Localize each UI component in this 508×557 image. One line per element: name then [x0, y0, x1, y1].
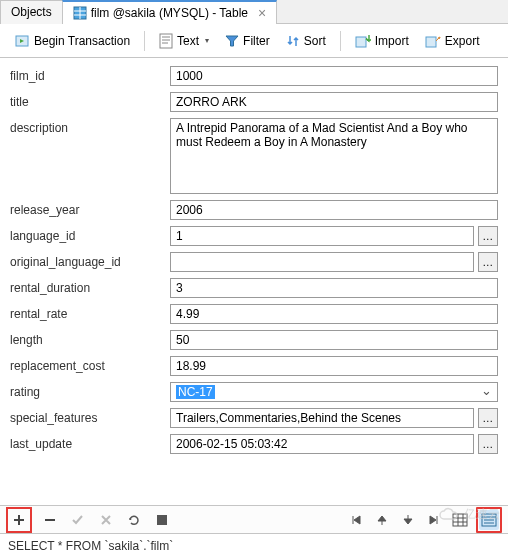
export-button[interactable]: Export — [419, 31, 486, 51]
grid-icon — [452, 513, 468, 527]
sort-button[interactable]: Sort — [280, 31, 332, 51]
field-label: rental_rate — [10, 304, 170, 321]
first-record-button[interactable] — [346, 510, 366, 530]
export-icon — [425, 34, 441, 48]
arrow-last-icon — [428, 514, 440, 526]
field-label: original_language_id — [10, 252, 170, 269]
transaction-icon — [14, 33, 30, 49]
sort-icon — [286, 34, 300, 48]
toolbar: Begin Transaction Text ▾ Filter Sort Imp… — [0, 24, 508, 58]
next-record-button[interactable] — [398, 510, 418, 530]
import-button[interactable]: Import — [349, 31, 415, 51]
field-row-film-id: film_id — [10, 66, 498, 86]
arrow-down-icon — [403, 514, 413, 526]
begin-transaction-button[interactable]: Begin Transaction — [8, 30, 136, 52]
form-view-button[interactable] — [479, 510, 499, 530]
text-button[interactable]: Text ▾ — [153, 30, 215, 52]
rental-rate-input[interactable] — [170, 304, 498, 324]
separator — [340, 31, 341, 51]
field-label: release_year — [10, 200, 170, 217]
field-row-description: description A Intrepid Panorama of a Mad… — [10, 118, 498, 194]
original-language-id-more-button[interactable]: … — [478, 252, 498, 272]
field-row-length: length — [10, 330, 498, 350]
rental-duration-input[interactable] — [170, 278, 498, 298]
highlight-form-view — [476, 507, 502, 533]
chevron-down-icon: ▾ — [205, 36, 209, 45]
add-record-button[interactable] — [9, 510, 29, 530]
length-input[interactable] — [170, 330, 498, 350]
field-row-last-update: last_update … — [10, 434, 498, 454]
svg-rect-11 — [157, 515, 167, 525]
last-record-button[interactable] — [424, 510, 444, 530]
stop-icon — [156, 514, 168, 526]
field-label: description — [10, 118, 170, 135]
field-row-release-year: release_year — [10, 200, 498, 220]
status-sql-text: SELECT * FROM `sakila`.`film` — [8, 539, 173, 553]
close-icon[interactable]: × — [258, 6, 266, 20]
description-textarea[interactable]: A Intrepid Panorama of a Mad Scientist A… — [170, 118, 498, 194]
last-update-input[interactable] — [170, 434, 474, 454]
field-label: length — [10, 330, 170, 347]
field-label: title — [10, 92, 170, 109]
field-row-rental-rate: rental_rate — [10, 304, 498, 324]
field-row-special-features: special_features … — [10, 408, 498, 428]
language-id-more-button[interactable]: … — [478, 226, 498, 246]
refresh-icon — [127, 513, 141, 527]
filter-button[interactable]: Filter — [219, 31, 276, 51]
language-id-input[interactable] — [170, 226, 474, 246]
record-toolbar — [0, 505, 508, 533]
svg-rect-12 — [453, 514, 467, 526]
field-label: film_id — [10, 66, 170, 83]
delete-record-button[interactable] — [40, 510, 60, 530]
title-input[interactable] — [170, 92, 498, 112]
cancel-button[interactable] — [96, 510, 116, 530]
field-label: special_features — [10, 408, 170, 425]
check-icon — [71, 513, 85, 527]
import-icon — [355, 34, 371, 48]
filter-icon — [225, 34, 239, 48]
tab-objects[interactable]: Objects — [0, 0, 63, 24]
field-row-language-id: language_id … — [10, 226, 498, 246]
separator — [144, 31, 145, 51]
field-label: rental_duration — [10, 278, 170, 295]
arrow-first-icon — [350, 514, 362, 526]
field-row-title: title — [10, 92, 498, 112]
release-year-input[interactable] — [170, 200, 498, 220]
special-features-more-button[interactable]: … — [478, 408, 498, 428]
status-bar: SELECT * FROM `sakila`.`film` — [0, 533, 508, 557]
tab-film-table[interactable]: film @sakila (MYSQL) - Table × — [62, 0, 278, 24]
arrow-up-icon — [377, 514, 387, 526]
refresh-button[interactable] — [124, 510, 144, 530]
prev-record-button[interactable] — [372, 510, 392, 530]
field-row-replacement-cost: replacement_cost — [10, 356, 498, 376]
tab-bar: Objects film @sakila (MYSQL) - Table × — [0, 0, 508, 24]
rating-value[interactable]: NC-17 — [176, 385, 215, 399]
field-label: language_id — [10, 226, 170, 243]
form-icon — [481, 513, 497, 527]
highlight-add-record — [6, 507, 32, 533]
field-row-rating: rating NC-17 — [10, 382, 498, 402]
field-label: last_update — [10, 434, 170, 451]
plus-icon — [12, 513, 26, 527]
replacement-cost-input[interactable] — [170, 356, 498, 376]
minus-icon — [43, 513, 57, 527]
field-row-original-language-id: original_language_id … — [10, 252, 498, 272]
tab-label: film @sakila (MYSQL) - Table — [91, 6, 248, 20]
field-label: rating — [10, 382, 170, 399]
field-row-rental-duration: rental_duration — [10, 278, 498, 298]
record-form: film_id title description A Intrepid Pan… — [0, 58, 508, 504]
table-icon — [73, 6, 87, 20]
grid-view-button[interactable] — [450, 510, 470, 530]
x-icon — [100, 514, 112, 526]
tab-label: Objects — [11, 5, 52, 19]
apply-button[interactable] — [68, 510, 88, 530]
original-language-id-input[interactable] — [170, 252, 474, 272]
svg-rect-5 — [160, 34, 172, 48]
film-id-input[interactable] — [170, 66, 498, 86]
svg-rect-9 — [356, 37, 366, 47]
svg-rect-10 — [426, 37, 436, 47]
special-features-input[interactable] — [170, 408, 474, 428]
last-update-more-button[interactable]: … — [478, 434, 498, 454]
stop-button[interactable] — [152, 510, 172, 530]
text-icon — [159, 33, 173, 49]
